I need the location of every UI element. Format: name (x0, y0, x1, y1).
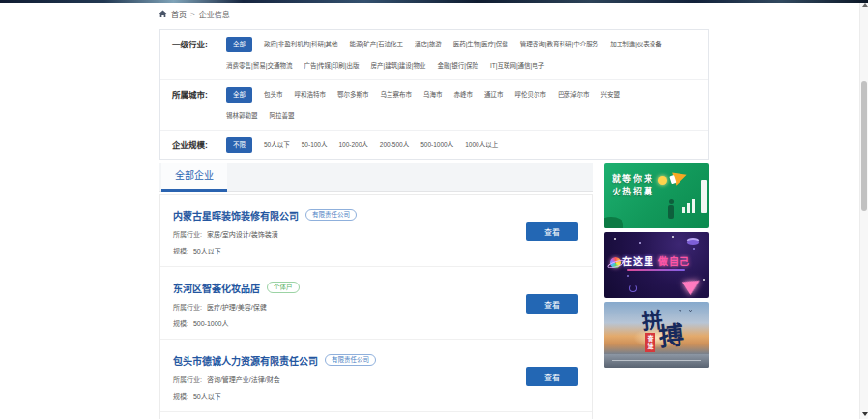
breadcrumb-home-link[interactable]: 首页 (171, 9, 187, 19)
filter-option[interactable]: 兴安盟 (601, 87, 621, 103)
filter-option[interactable]: 消费零售|贸易|交通物流 (226, 58, 292, 74)
company-row: 内蒙古星晖装饰装修有限公司 有限责任公司 所属行业: 家居/室内设计/装饰装潢 … (160, 195, 592, 267)
company-info: 东河区智荟化妆品店 个体户 所属行业: 医疗/护理/美容/保健 规模: 500-… (173, 281, 526, 328)
company-type-badge: 个体户 (267, 282, 300, 293)
filter-option[interactable]: 管理咨询|教育科研|中介服务 (520, 37, 598, 52)
filter-option[interactable]: 包头市 (264, 87, 283, 103)
company-scale-line: 规模: 50人以下 (173, 246, 526, 255)
breadcrumb-current: 企业信息 (199, 9, 230, 19)
filter-option[interactable]: 500-1000人 (420, 137, 453, 153)
home-icon (159, 10, 167, 18)
filter-option[interactable]: 1000人以上 (465, 137, 498, 153)
filter-option[interactable]: 鄂尔多斯市 (337, 87, 369, 103)
filter-option-selected[interactable]: 全部 (226, 87, 252, 103)
scrollbar[interactable] (859, 0, 868, 419)
filter-option[interactable]: 金融|银行|保险 (438, 58, 478, 74)
company-info: 包头市德诚人力资源有限责任公司 有限责任公司 所属行业: 咨询/管理产业/法律/… (173, 353, 526, 401)
filter-label-city: 所属城市: (172, 87, 226, 124)
filter-row-industry: 一级行业: 全部 政府|非盈利机构|科研|其他能源|矿产|石油化工酒店|旅游医药… (160, 30, 708, 80)
filter-row-city: 所属城市: 全部 包头市呼和浩特市鄂尔多斯市乌兰察布市乌海市赤峰市通辽市呼伦贝尔… (160, 80, 708, 131)
scroll-down-arrow[interactable] (862, 412, 868, 416)
birds-decor: v v (679, 309, 695, 313)
industry-label: 所属行业: (173, 304, 202, 311)
scale-label: 规模: (173, 320, 188, 327)
company-industry-line: 所属行业: 医疗/护理/美容/保健 (173, 302, 526, 312)
filter-option[interactable]: 200-500人 (380, 137, 409, 153)
filter-row-scale: 企业规模: 不限 50人以下50-100人100-200人200-500人500… (160, 131, 708, 159)
filter-option[interactable]: 巴彦淖尔市 (558, 87, 590, 103)
filter-option-selected[interactable]: 不限 (226, 137, 252, 153)
filter-option[interactable]: 50-100人 (302, 137, 328, 153)
industry-value: 咨询/管理产业/法律/财会 (207, 376, 280, 383)
rainbow-cone-icon (682, 274, 704, 295)
filter-option[interactable]: 酒店|旅游 (415, 37, 442, 52)
chart-bars-icon (682, 199, 695, 213)
company-type-badge: 有限责任公司 (325, 354, 376, 366)
industry-value: 家居/室内设计/装饰装潢 (207, 231, 278, 238)
company-industry-line: 所属行业: 咨询/管理产业/法律/财会 (173, 374, 526, 384)
bridge-road (604, 354, 709, 368)
red-seal-label: 奋进 (645, 333, 655, 352)
tab-bar: 全部企业 (159, 163, 593, 192)
company-scale-line: 规模: 50人以下 (173, 391, 526, 401)
company-row: 东河区智荟化妆品店 个体户 所属行业: 医疗/护理/美容/保健 规模: 500-… (160, 267, 592, 340)
filter-options-city: 全部 包头市呼和浩特市鄂尔多斯市乌兰察布市乌海市赤峰市通辽市呼伦贝尔市巴彦淖尔市… (226, 87, 696, 124)
filter-label-scale: 企业规模: (172, 137, 226, 153)
banner-recruitment-text: 就等你来 火热招募 (612, 173, 654, 198)
scale-label: 规模: (173, 248, 188, 254)
top-cropped-banner (0, 0, 868, 3)
subtitle-decor (627, 269, 685, 271)
company-row: 包头市德诚人力资源有限责任公司 有限责任公司 所属行业: 咨询/管理产业/法律/… (160, 340, 592, 412)
filter-option[interactable]: 50人以下 (264, 137, 290, 153)
filter-option[interactable]: 乌兰察布市 (381, 87, 413, 103)
page: 首页 > 企业信息 一级行业: 全部 政府|非盈利机构|科研|其他能源|矿产|石… (0, 0, 868, 419)
banner-be-yourself[interactable]: 在这里 做自己 (604, 232, 709, 298)
filter-option[interactable]: 100-200人 (338, 137, 367, 153)
bulb-icon (658, 176, 667, 185)
filter-option[interactable]: 房产|建筑|建设|物业 (370, 58, 425, 74)
banner-striving[interactable]: 拼 搏 奋进 v v (604, 302, 709, 368)
company-name-link[interactable]: 内蒙古星晖装饰装修有限公司 (173, 208, 299, 223)
rainbow-planet-icon (610, 257, 621, 268)
industry-label: 所属行业: (173, 376, 202, 383)
stars-decor (614, 238, 616, 240)
scroll-up-arrow[interactable] (862, 3, 868, 7)
filter-option[interactable]: 广告|传媒|印刷|出版 (304, 58, 359, 74)
filter-option[interactable]: 乌海市 (423, 87, 443, 103)
scale-value: 50人以下 (193, 393, 221, 400)
filter-option[interactable]: 锡林郭勒盟 (226, 108, 258, 124)
industry-value: 医疗/护理/美容/保健 (207, 304, 267, 311)
filter-option[interactable]: 通辽市 (484, 87, 504, 103)
view-company-button[interactable]: 查看 (526, 367, 578, 386)
view-company-button[interactable]: 查看 (526, 222, 578, 241)
filter-options-scale: 不限 50人以下50-100人100-200人200-500人500-1000人… (226, 137, 696, 153)
banner-rail: 就等你来 火热招募 在这里 做自己 拼 (604, 163, 709, 372)
filter-option[interactable]: 医药|生物|医疗|保健 (453, 37, 508, 52)
megaphone-icon (672, 168, 689, 186)
company-list: 内蒙古星晖装饰装修有限公司 有限责任公司 所属行业: 家居/室内设计/装饰装潢 … (159, 194, 593, 419)
filter-option[interactable]: 阿拉善盟 (270, 108, 295, 124)
company-type-badge: 有限责任公司 (305, 209, 357, 221)
filter-option[interactable]: 政府|非盈利机构|科研|其他 (264, 37, 338, 52)
filter-option[interactable]: 呼伦贝尔市 (515, 87, 547, 103)
scale-value: 500-1000人 (193, 320, 229, 327)
galaxy-swirl-icon (629, 284, 637, 292)
company-industry-line: 所属行业: 家居/室内设计/装饰装潢 (173, 229, 526, 239)
filter-option-selected[interactable]: 全部 (226, 37, 252, 52)
filter-option[interactable]: 呼和浩特市 (295, 87, 327, 103)
company-name-link[interactable]: 东河区智荟化妆品店 (173, 281, 260, 295)
scale-label: 规模: (173, 393, 188, 400)
person-figure (668, 205, 674, 219)
industry-label: 所属行业: (173, 231, 202, 238)
tab-all-companies[interactable]: 全部企业 (161, 163, 227, 192)
filter-option[interactable]: 加工制造|仪表设备 (610, 37, 662, 52)
filter-option[interactable]: 能源|矿产|石油化工 (350, 37, 403, 52)
filter-option[interactable]: IT|互联网|通信|电子 (490, 58, 544, 74)
filter-option[interactable]: 赤峰市 (454, 87, 474, 103)
view-company-button[interactable]: 查看 (526, 294, 578, 314)
breadcrumb: 首页 > 企业信息 (159, 9, 230, 19)
scroll-thumb[interactable] (861, 81, 867, 211)
banner-recruitment[interactable]: 就等你来 火热招募 (604, 163, 709, 228)
company-name-link[interactable]: 包头市德诚人力资源有限责任公司 (173, 353, 318, 368)
company-scale-line: 规模: 500-1000人 (173, 318, 526, 328)
